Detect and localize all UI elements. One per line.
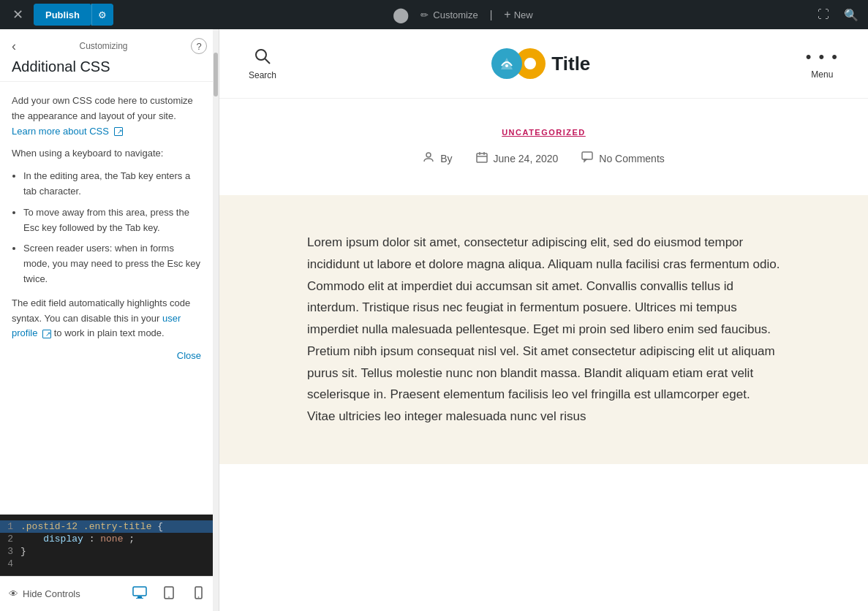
site-header: Search Title • • • Menu	[219, 29, 868, 99]
search-nav-item[interactable]: Search	[249, 47, 276, 80]
close-icon: ✕	[12, 7, 23, 23]
fullscreen-button[interactable]: ⛶	[812, 4, 834, 26]
admin-bar: ✕ Publish ⚙ ⬤ ✏ Customize | + New ⛶ 🔍	[0, 0, 868, 29]
desktop-preview-button[interactable]	[128, 582, 151, 606]
search-button[interactable]: Search	[249, 47, 276, 80]
external-link-icon	[114, 127, 123, 136]
close-link[interactable]: Close	[12, 349, 201, 364]
publish-settings-button[interactable]: ⚙	[91, 4, 113, 26]
close-customizer-button[interactable]: ✕	[6, 3, 29, 26]
line-content-1: .postid-12 .entry-title {	[20, 521, 219, 532]
main-layout: ‹ Customizing ? Additional CSS Add your …	[0, 29, 868, 611]
css-code-editor[interactable]: 1 .postid-12 .entry-title { 2 display : …	[0, 515, 219, 576]
mobile-icon	[195, 586, 203, 602]
new-link[interactable]: + New	[504, 8, 532, 21]
keyboard-tips-list: In the editing area, the Tab key enters …	[23, 169, 201, 287]
post-by-label: By	[440, 153, 452, 164]
menu-nav-item[interactable]: • • • Menu	[806, 48, 839, 80]
svg-point-7	[256, 50, 266, 60]
customizer-panel: ‹ Customizing ? Additional CSS Add your …	[0, 29, 219, 611]
tablet-preview-button[interactable]	[157, 582, 181, 606]
post-author-meta: By	[423, 151, 452, 166]
pencil-icon: ✏	[420, 10, 429, 20]
line-number-4: 4	[0, 558, 20, 569]
customize-label: Customize	[433, 10, 478, 20]
admin-bar-center: ⬤ ✏ Customize | + New	[113, 6, 812, 23]
svg-rect-17	[582, 152, 592, 159]
publish-button[interactable]: Publish	[34, 4, 91, 26]
customizer-back-row: ‹ Customizing ?	[12, 38, 207, 54]
site-title: Title	[551, 53, 590, 75]
mobile-preview-button[interactable]	[186, 582, 210, 606]
learn-more-link[interactable]: Learn more about CSS	[12, 126, 123, 137]
calendar-icon	[476, 151, 488, 166]
panel-title: Additional CSS	[12, 58, 207, 75]
line-number-1: 1	[0, 521, 20, 532]
post-body-text: Lorem ipsum dolor sit amet, consectetur …	[307, 232, 780, 428]
back-button[interactable]: ‹	[12, 39, 16, 54]
post-date-meta: June 24, 2020	[476, 151, 559, 166]
keyboard-tip-3: Screen reader users: when in forms mode,…	[23, 241, 201, 286]
post-category-link[interactable]: UNCATEGORIZED	[307, 128, 780, 137]
hide-controls-label: Hide Controls	[23, 588, 80, 599]
keyboard-tip-2: To move away from this area, press the E…	[23, 205, 201, 236]
svg-point-12	[426, 153, 431, 157]
separator: |	[490, 9, 493, 20]
tablet-icon	[164, 586, 174, 602]
preview-area: Search Title • • • Menu	[219, 29, 868, 611]
eye-icon: 👁	[9, 588, 18, 599]
keyboard-notice-title: When using a keyboard to navigate:	[12, 146, 201, 162]
search-admin-icon: 🔍	[844, 8, 858, 22]
code-line-4: 4	[0, 558, 219, 570]
customizer-header: ‹ Customizing ? Additional CSS	[0, 29, 219, 82]
site-preview[interactable]: Search Title • • • Menu	[219, 29, 868, 611]
post-comments: No Comments	[599, 153, 664, 164]
post-meta: By June 24, 2020 No Comments	[307, 151, 780, 166]
person-icon	[423, 151, 434, 166]
code-line-3: 3 }	[0, 545, 219, 558]
search-label: Search	[249, 70, 276, 80]
customizer-content: Add your own CSS code here to customize …	[0, 82, 219, 515]
site-logo-area: Title	[491, 48, 590, 79]
wp-logo-icon: ⬤	[393, 6, 409, 23]
menu-label: Menu	[811, 69, 833, 80]
search-icon	[253, 47, 272, 70]
svg-point-9	[505, 64, 508, 67]
svg-rect-2	[136, 598, 143, 599]
svg-rect-0	[133, 587, 146, 596]
edit-field-notice: The edit field automatically highlights …	[12, 296, 201, 341]
help-button[interactable]: ?	[191, 38, 207, 54]
publish-group: Publish ⚙	[34, 4, 113, 26]
breadcrumb: Customizing	[79, 41, 127, 51]
gear-icon: ⚙	[98, 10, 107, 20]
logo-icon-1	[491, 48, 522, 79]
menu-icon: • • •	[806, 48, 839, 67]
code-line-2: 2 display : none ;	[0, 533, 219, 545]
new-label: New	[514, 10, 533, 20]
search-admin-button[interactable]: 🔍	[840, 4, 862, 26]
plus-icon: +	[504, 8, 510, 21]
admin-bar-left: ✕ Publish ⚙	[6, 3, 113, 26]
svg-point-4	[168, 596, 170, 598]
post-comments-meta: No Comments	[581, 151, 664, 166]
line-content-2: display : none ;	[20, 534, 219, 544]
fullscreen-icon: ⛶	[818, 8, 829, 21]
customizer-bottom-bar: 👁 Hide Controls	[0, 576, 219, 611]
admin-bar-right: ⛶ 🔍	[812, 4, 862, 26]
svg-rect-13	[477, 153, 487, 162]
code-line-1: 1 .postid-12 .entry-title {	[0, 520, 219, 533]
user-profile-ext-icon	[42, 330, 51, 338]
keyboard-tip-1: In the editing area, the Tab key enters …	[23, 169, 201, 200]
hide-controls-button[interactable]: 👁 Hide Controls	[9, 588, 80, 599]
svg-line-8	[265, 59, 271, 64]
description-text: Add your own CSS code here to customize …	[12, 94, 201, 139]
scrollbar[interactable]	[213, 29, 219, 611]
customize-link[interactable]: ✏ Customize	[420, 10, 478, 20]
line-number-3: 3	[0, 546, 20, 557]
desktop-icon	[132, 586, 147, 602]
line-content-3: }	[20, 546, 219, 557]
scrollbar-thumb	[214, 53, 218, 96]
svg-point-6	[197, 596, 199, 598]
post-body: Lorem ipsum dolor sit amet, consectetur …	[219, 195, 868, 464]
svg-rect-1	[137, 596, 142, 598]
